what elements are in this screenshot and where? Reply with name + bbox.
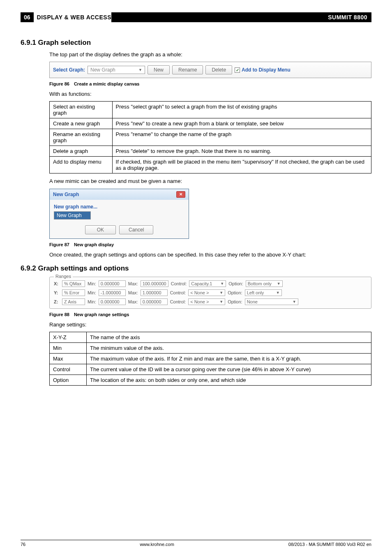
select-graph-value: New Graph [90, 67, 115, 73]
footer-url: www.krohne.com [140, 542, 174, 547]
min-label: Min: [88, 299, 96, 304]
max-label: Max: [128, 290, 138, 295]
ranges-row: Y:% ErrorMin:-1.000000Max:1.000000Contro… [54, 289, 367, 296]
mimic-intro: A new mimic can be created and must be g… [49, 178, 371, 185]
table-row: MaxThe maximum value of the axis. If for… [50, 353, 371, 364]
chevron-down-icon: ▼ [220, 282, 224, 286]
range-settings-table: X-Y-ZThe name of the axis MinThe minimum… [49, 332, 371, 386]
ranges-legend: Ranges [54, 274, 73, 279]
chevron-down-icon: ▼ [219, 291, 223, 295]
control-dropdown[interactable]: < None >▼ [188, 298, 225, 305]
option-dropdown[interactable]: Left only▼ [245, 289, 282, 296]
rename-button[interactable]: Rename [172, 65, 203, 74]
chevron-down-icon: ▼ [138, 68, 142, 72]
min-label: Min: [88, 281, 96, 286]
axis-name-field[interactable]: % Error [62, 289, 85, 296]
option-dropdown[interactable]: Bottom only▼ [246, 280, 283, 287]
section-691-heading: 6.9.1 Graph selection [21, 39, 371, 47]
page-footer: 76 www.krohne.com 08/2013 - MA SUMMIT 88… [21, 540, 371, 547]
new-button[interactable]: New [148, 65, 170, 74]
table-row: Delete a graphPress "delete" to remove t… [50, 146, 371, 157]
ok-button[interactable]: OK [85, 225, 116, 234]
axis-label: Z: [54, 299, 60, 304]
footer-docid: 08/2013 - MA SUMMIT 8800 Vol3 R02 en [288, 542, 371, 547]
fig87-caption: Figure 87 New graph display [49, 242, 371, 247]
fig88-caption: Figure 88 New graph range settings [49, 312, 371, 317]
min-field[interactable]: 0.000000 [99, 280, 126, 287]
fig86-canvas: Select Graph: New Graph ▼ New Rename Del… [49, 62, 371, 78]
table-row: ControlThe current value of the ID will … [50, 364, 371, 375]
min-label: Min: [88, 290, 96, 295]
control-dropdown[interactable]: Capacity.1▼ [189, 280, 226, 287]
chevron-down-icon: ▼ [276, 291, 280, 295]
table-row: Rename an existing graphPress "rename" t… [50, 129, 371, 146]
table-row: X-Y-ZThe name of the axis [50, 332, 371, 342]
new-graph-dialog: New Graph ✕ New graph name... New Graph … [49, 189, 189, 239]
table-row: Add to display menuIf checked, this grap… [50, 157, 371, 173]
page-header: 06 DISPLAY & WEB ACCESS SUMMIT 8800 [21, 12, 371, 22]
chevron-down-icon: ▼ [277, 282, 281, 286]
dialog-title-text: New Graph [53, 192, 79, 197]
add-display-checkbox-wrap[interactable]: ✓ Add to Display Menu [235, 67, 291, 73]
axis-label: Y: [54, 290, 60, 295]
table-row: Create a new graphPress "new" to create … [50, 118, 371, 129]
chapter-number: 06 [21, 12, 34, 22]
checkbox-icon: ✓ [235, 67, 240, 73]
close-icon[interactable]: ✕ [176, 191, 185, 198]
fig86-caption: Figure 86 Create a mimic display canvas [49, 81, 371, 86]
control-label: Control: [170, 290, 186, 295]
control-label: Control: [170, 299, 186, 304]
table-row: Select an existing graphPress "select gr… [50, 102, 371, 118]
axis-name-field[interactable]: Z Axis [62, 298, 85, 305]
max-label: Max: [128, 299, 138, 304]
ranges-row: Z:Z AxisMin:0.000000Max:0.000000Control:… [54, 298, 367, 305]
delete-button[interactable]: Delete [205, 65, 232, 74]
cancel-button[interactable]: Cancel [119, 225, 153, 234]
max-field[interactable]: 0.000000 [141, 298, 168, 305]
product-name: SUMMIT 8800 [318, 12, 371, 22]
header-strip [111, 12, 318, 22]
select-graph-combo[interactable]: New Graph ▼ [88, 66, 145, 74]
max-field[interactable]: 100.000000 [141, 280, 168, 287]
select-graph-label: Select Graph: [53, 67, 85, 73]
ranges-panel: Ranges X:% QMaxMin:0.000000Max:100.00000… [49, 277, 371, 309]
section-691-intro: The top part of the display defines the … [49, 51, 371, 58]
max-label: Max: [128, 281, 138, 286]
add-display-label: Add to Display Menu [242, 67, 291, 73]
min-field[interactable]: 0.000000 [99, 298, 126, 305]
functions-table: Select an existing graphPress "select gr… [49, 101, 371, 173]
control-label: Control: [171, 281, 187, 286]
range-settings-intro: Range settings: [49, 321, 371, 328]
max-field[interactable]: 1.000000 [141, 289, 168, 296]
axis-label: X: [54, 281, 60, 286]
min-field[interactable]: -1.000000 [99, 289, 126, 296]
option-label: Option: [228, 281, 243, 286]
option-label: Option: [228, 290, 242, 295]
chevron-down-icon: ▼ [219, 300, 223, 304]
functions-intro: With as functions: [49, 90, 371, 98]
new-graph-name-label: New graph name... [54, 204, 184, 210]
ranges-row: X:% QMaxMin:0.000000Max:100.000000Contro… [54, 280, 367, 287]
page-number: 76 [21, 542, 25, 547]
section-692-heading: 6.9.2 Graph settings and options [21, 264, 371, 273]
axis-name-field[interactable]: % QMax [62, 280, 85, 287]
after-fig87-text: Once created, the graph settings and opt… [49, 251, 371, 259]
option-dropdown[interactable]: None▼ [245, 298, 298, 305]
new-graph-name-input[interactable]: New Graph [54, 211, 91, 220]
table-row: OptionThe location of the axis: on both … [50, 375, 371, 385]
chapter-title: DISPLAY & WEB ACCESS [37, 14, 111, 21]
table-row: MinThe minimum value of the axis. [50, 342, 371, 353]
option-label: Option: [228, 299, 242, 304]
chevron-down-icon: ▼ [293, 300, 296, 304]
control-dropdown[interactable]: < None >▼ [188, 289, 225, 296]
